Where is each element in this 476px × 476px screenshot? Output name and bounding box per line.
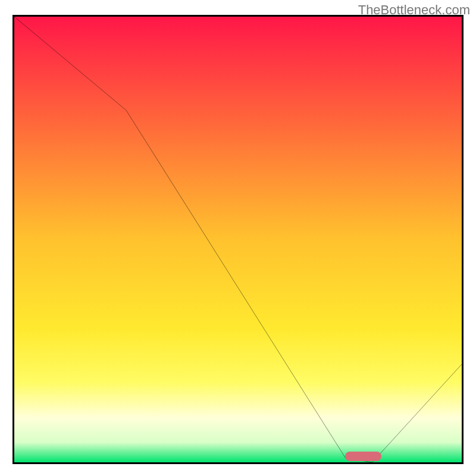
attribution-text: TheBottleneck.com: [358, 2, 470, 18]
chart-plot-area: [12, 15, 464, 464]
chart-curve: [14, 17, 462, 462]
optimal-range-marker: [345, 452, 381, 461]
